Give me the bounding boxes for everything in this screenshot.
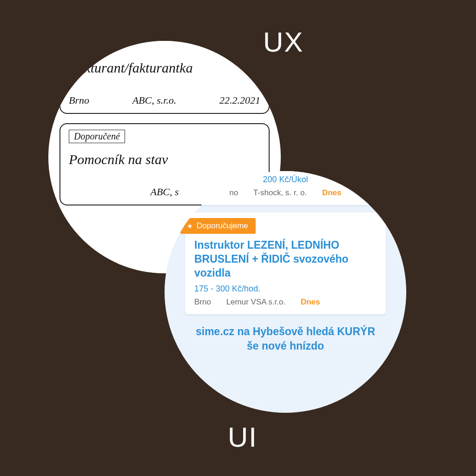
label-ux: UX bbox=[263, 26, 304, 58]
price-text: 170 Kč bbox=[231, 41, 260, 51]
company-text: ABC, s bbox=[150, 186, 178, 198]
job-title: Pomocník na stav bbox=[69, 152, 260, 167]
ui-card-meta-row: no T-shock, s. r. o. Dnes bbox=[194, 188, 377, 198]
job-title[interactable]: sime.cz na Hybešově hledá KURÝR še nové … bbox=[183, 324, 388, 353]
date-text: Dnes bbox=[301, 298, 320, 306]
ui-circle: …cek 200 Kč/Úkol no T-shock, s. r. o. Dn… bbox=[165, 171, 406, 413]
job-title: Fakturant/fakturantka bbox=[69, 60, 260, 76]
ui-card-meta-row: Brno Lemur VSA s.r.o. Dnes bbox=[194, 298, 377, 307]
title-fragment: še nové hnízdo bbox=[183, 339, 388, 353]
label-ui: UI bbox=[228, 421, 258, 453]
location-text: Brno bbox=[194, 298, 211, 306]
title-fragment: sime.cz na Hybešově hledá KURÝR bbox=[183, 324, 388, 339]
price-text: 175 - 300 Kč/hod. bbox=[194, 284, 377, 294]
ui-card[interactable]: ★ Doporučujeme Instruktor LEZENÍ, LEDNÍH… bbox=[185, 212, 386, 314]
company-text: ABC, s.r.o. bbox=[132, 94, 177, 106]
date-text: Dnes bbox=[322, 188, 342, 197]
location-text: no bbox=[230, 188, 238, 197]
ux-card-top-row: Doporučené bbox=[69, 130, 260, 143]
job-title: Instruktor LEZENÍ, LEDNÍHO BRUSLENÍ + ŘI… bbox=[194, 238, 377, 280]
recommended-label: Doporučujeme bbox=[197, 221, 248, 231]
company-text: T-shock, s. r. o. bbox=[253, 188, 307, 197]
star-icon: ★ bbox=[187, 223, 193, 229]
recommended-ribbon: ★ Doporučujeme bbox=[180, 218, 256, 234]
location-text: Brno bbox=[69, 94, 89, 106]
company-text: Lemur VSA s.r.o. bbox=[226, 298, 286, 306]
ux-card-meta-row: Brno ABC, s.r.o. 22.2.2021 bbox=[69, 94, 260, 106]
ux-card-top-row: ručené 170 Kč bbox=[69, 41, 260, 52]
date-text: 22.2.2021 bbox=[219, 94, 260, 106]
recommended-badge: ručené bbox=[69, 41, 104, 52]
ux-card[interactable]: ručené 170 Kč Fakturant/fakturantka Brno… bbox=[60, 41, 270, 114]
recommended-badge: Doporučené bbox=[69, 130, 125, 143]
